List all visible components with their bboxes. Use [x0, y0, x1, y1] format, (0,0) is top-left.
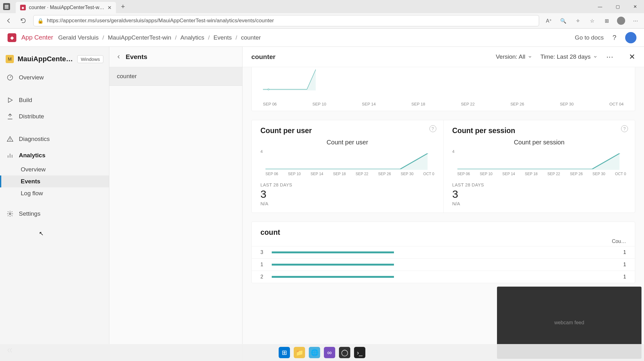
subnav-logflow[interactable]: Log flow [0, 187, 109, 199]
nav-build[interactable]: Build [0, 92, 109, 108]
url-field[interactable]: 🔒 https://appcenter.ms/users/geraldversl… [33, 15, 539, 26]
breadcrumb-item[interactable]: Events [214, 34, 232, 41]
filter-label: Version: All [496, 53, 525, 60]
github-icon[interactable]: ◯ [339, 347, 350, 358]
stat-label: LAST 28 DAYS [452, 182, 626, 187]
help-icon[interactable]: ? [613, 34, 616, 42]
favicon-icon: ◆ [20, 5, 26, 10]
collections-icon[interactable]: ⊞ [603, 17, 611, 25]
tick: SEP 10 [288, 172, 301, 176]
events-title: Events [126, 53, 147, 61]
refresh-button[interactable] [19, 16, 28, 25]
warning-icon [6, 135, 14, 143]
app-selector[interactable]: M MauiAppCente… Windows [0, 53, 109, 69]
count-header: Cou… [612, 239, 626, 244]
tick: SEP 22 [356, 172, 368, 176]
tick: SEP 06 [457, 172, 470, 176]
profile-avatar-icon[interactable] [617, 17, 625, 25]
svg-point-11 [9, 213, 11, 215]
lock-icon: 🔒 [37, 18, 44, 24]
count-val: 1 [617, 250, 626, 255]
close-panel-icon[interactable]: ✕ [629, 52, 635, 61]
event-list-item[interactable]: counter [109, 67, 242, 86]
subnav-overview[interactable]: Overview [0, 164, 109, 175]
edge-icon[interactable]: 🌐 [309, 347, 320, 358]
count-per-user-panel: ? Count per user Count per user 4 [252, 120, 443, 213]
maximize-button[interactable]: ▢ [609, 1, 626, 12]
tab-close-icon[interactable]: ✕ [107, 5, 112, 11]
nav-label: Distribute [19, 113, 44, 120]
brand-label[interactable]: App Center [21, 34, 53, 41]
tick: SEP 26 [570, 172, 582, 176]
app-header: ◆ App Center Gerald Versluis/ MauiAppCen… [0, 29, 644, 47]
count-title: count [252, 222, 635, 239]
chevron-down-icon [593, 55, 598, 59]
filter-time[interactable]: Time: Last 28 days [540, 53, 598, 60]
sidebar: M MauiAppCente… Windows Overview Build D… [0, 47, 109, 361]
vs-icon[interactable]: ∞ [324, 347, 335, 358]
minimize-button[interactable]: — [591, 1, 609, 12]
new-tab-button[interactable]: + [121, 3, 125, 11]
info-icon[interactable]: ? [621, 125, 628, 132]
tab-actions-icon[interactable] [3, 3, 10, 10]
zoom-icon[interactable]: 🔍 [559, 17, 567, 25]
tick: SEP 06 [263, 102, 277, 106]
count-key: 1 [260, 262, 266, 267]
browser-tab[interactable]: ◆ counter · MauiAppCenterTest-w… ✕ [16, 2, 116, 13]
nav-overview[interactable]: Overview [0, 69, 109, 86]
count-key: 3 [260, 250, 266, 255]
platform-badge: Windows [77, 55, 103, 63]
read-aloud-icon[interactable]: A⁺ [545, 17, 553, 25]
window-controls: — ▢ ✕ [591, 1, 644, 12]
explorer-icon[interactable]: 📁 [294, 347, 305, 358]
distribute-icon [6, 113, 14, 120]
taskbar[interactable]: ⊞ 📁 🌐 ∞ ◯ ›_ [0, 344, 644, 361]
tick: SEP 26 [378, 172, 391, 176]
close-window-button[interactable]: ✕ [626, 1, 644, 12]
count-key: 2 [260, 274, 266, 280]
more-actions-icon[interactable]: ⋮ [606, 54, 614, 60]
play-icon [6, 96, 14, 104]
svg-rect-2 [5, 8, 8, 9]
appcenter-logo-icon[interactable]: ◆ [8, 33, 16, 42]
tick: OCT 0 [615, 172, 626, 176]
events-header[interactable]: Events [109, 47, 242, 67]
panel-title: Count per user [260, 127, 434, 135]
terminal-icon[interactable]: ›_ [354, 347, 365, 358]
breadcrumb-item[interactable]: counter [241, 34, 261, 41]
subnav-events[interactable]: Events [0, 175, 109, 187]
count-table-card: count Cou… 3 1 1 1 2 1 [251, 222, 635, 283]
favorites-add-icon[interactable]: ✧ [574, 17, 582, 25]
svg-marker-4 [8, 98, 13, 103]
url-text: https://appcenter.ms/users/geraldverslui… [47, 18, 274, 24]
docs-link[interactable]: Go to docs [575, 34, 604, 41]
chevron-left-icon [116, 54, 121, 59]
svg-rect-0 [5, 5, 8, 6]
back-button[interactable] [4, 16, 13, 25]
menu-icon[interactable]: ⋯ [631, 17, 640, 25]
start-icon[interactable]: ⊞ [279, 347, 290, 358]
chart-card-pair: ? Count per user Count per user 4 [251, 120, 635, 213]
detail-title: counter [251, 53, 276, 61]
breadcrumb-item[interactable]: Analytics [180, 34, 204, 41]
tick: SEP 10 [313, 102, 326, 106]
nav-settings[interactable]: Settings [0, 206, 109, 222]
count-row: 3 1 [252, 246, 635, 258]
panel-title: Count per session [452, 127, 626, 135]
favorites-icon[interactable]: ☆ [588, 17, 596, 25]
nav-analytics[interactable]: Analytics [0, 147, 109, 164]
browser-chrome: ◆ counter · MauiAppCenterTest-w… ✕ + — ▢… [0, 0, 644, 29]
nav-distribute[interactable]: Distribute [0, 108, 109, 125]
breadcrumb-item[interactable]: Gerald Versluis [58, 34, 99, 41]
stat-label: LAST 28 DAYS [260, 182, 434, 187]
filter-version[interactable]: Version: All [496, 53, 532, 60]
nav-diagnostics[interactable]: Diagnostics [0, 131, 109, 147]
user-avatar-icon[interactable] [625, 32, 636, 43]
count-row: 1 1 [252, 258, 635, 271]
nav-label: Analytics [19, 152, 45, 159]
breadcrumb-item[interactable]: MauiAppCenterTest-win [108, 34, 171, 41]
tick: SEP 26 [510, 102, 524, 106]
chart-card-top: SEP 06 SEP 10 SEP 14 SEP 18 SEP 22 SEP 2… [251, 67, 635, 111]
breadcrumb: Gerald Versluis/ MauiAppCenterTest-win/ … [58, 34, 261, 41]
info-icon[interactable]: ? [429, 125, 436, 132]
